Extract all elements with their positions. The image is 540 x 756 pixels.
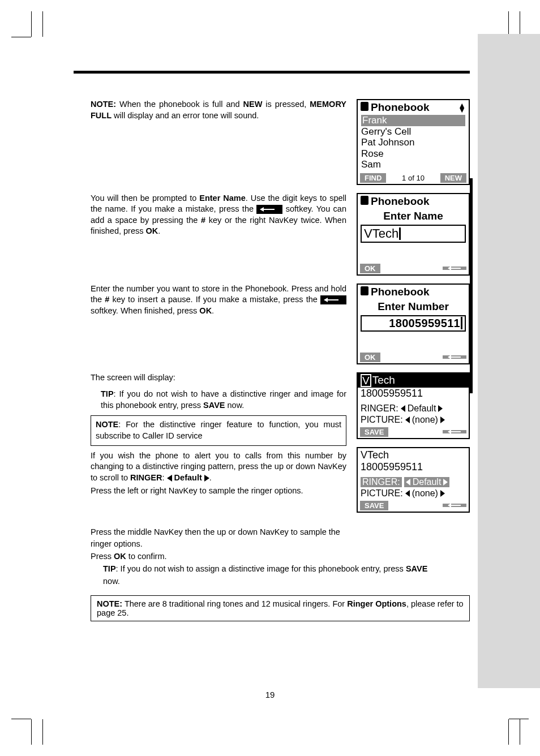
list-item[interactable]: Sam: [361, 159, 465, 170]
phone-screen-entry-summary: VTech 18005959511 RINGER: Default PICTUR…: [357, 372, 470, 439]
right-triangle-icon: [438, 405, 443, 412]
side-tab: [478, 34, 540, 688]
right-triangle-icon: [443, 479, 448, 486]
note-paragraph: NOTE: When the phonebook is full and NEW…: [91, 99, 346, 193]
list-item[interactable]: Pat Johnson: [361, 137, 465, 148]
list-counter: 1 of 10: [402, 174, 425, 182]
phone-screen-enter-number: Phonebook Enter Number 18005959511 OK: [357, 284, 470, 364]
phone-screen-entry-summary-selected: VTech 18005959511 RINGER: Default PICTUR…: [357, 447, 470, 513]
phone-screen-enter-name: Phonebook Enter Name VTech OK: [357, 193, 470, 276]
left-triangle-icon: [405, 490, 410, 497]
note-label: NOTE:: [91, 100, 116, 109]
scroll-arrows-icon: ▲▼: [458, 103, 466, 113]
phone-screen-list: Phonebook ▲▼ Frank Gerry's Cell Pat John…: [357, 99, 470, 185]
step3-intro: The screen will display:: [91, 372, 346, 384]
handset-icon: [361, 196, 368, 205]
backspace-softkey[interactable]: [443, 355, 466, 359]
find-softkey[interactable]: FIND: [360, 173, 386, 183]
ok-softkey[interactable]: OK: [360, 264, 380, 273]
name-input[interactable]: VTech: [361, 225, 466, 243]
side-rule: [470, 178, 473, 393]
step2-paragraph: Enter the number you want to store in th…: [91, 284, 346, 372]
right-triangle-icon: [440, 490, 445, 497]
backspace-icon: [256, 205, 282, 214]
handset-icon: [361, 102, 368, 111]
save-softkey[interactable]: SAVE: [360, 427, 388, 437]
header-rule: [74, 71, 470, 74]
wide-note-box: NOTE: There are 8 traditional ring tones…: [91, 595, 470, 621]
list-item[interactable]: Rose: [361, 148, 465, 160]
backspace-softkey[interactable]: [443, 267, 466, 270]
backspace-softkey[interactable]: [443, 430, 466, 433]
list-item[interactable]: Frank: [361, 115, 465, 126]
entry-name: VTech: [358, 448, 469, 461]
right-triangle-icon: [440, 416, 445, 423]
screen-subtitle: Enter Name: [358, 209, 469, 224]
picture-row[interactable]: PICTURE: (none): [358, 488, 469, 499]
handset-icon: [361, 286, 368, 295]
step1-paragraph: You will then be prompted to Enter Name.…: [91, 193, 346, 284]
left-triangle-icon: [406, 479, 410, 486]
continuation-block: Press the middle NavKey then the up or d…: [91, 526, 470, 588]
page-number: 19: [0, 690, 540, 699]
entry-number: 18005959511: [358, 388, 469, 400]
left-triangle-icon: [401, 405, 405, 412]
right-triangle-icon: [204, 475, 209, 482]
save-softkey[interactable]: SAVE: [360, 501, 388, 510]
ok-softkey[interactable]: OK: [360, 353, 380, 362]
list-item[interactable]: Gerry's Cell: [361, 126, 465, 138]
left-triangle-icon: [405, 416, 410, 423]
entry-number: 18005959511: [358, 461, 469, 473]
backspace-softkey[interactable]: [443, 504, 466, 507]
number-input[interactable]: 18005959511: [361, 315, 466, 332]
ringer-row-selected[interactable]: RINGER: Default: [358, 476, 469, 488]
backspace-icon: [320, 295, 346, 304]
note-box: NOTE: For the distinctive ringer feature…: [91, 415, 346, 445]
ringer-paragraph-2: Press the left or right NavKey to sample…: [91, 486, 346, 497]
ringer-row[interactable]: RINGER: Default: [358, 403, 469, 414]
new-softkey[interactable]: NEW: [440, 173, 466, 183]
tip-paragraph: TIP: If you do not wish to have a distin…: [91, 389, 346, 411]
picture-row[interactable]: PICTURE: (none): [358, 414, 469, 426]
screen-subtitle: Enter Number: [358, 299, 469, 314]
ringer-paragraph: If you wish the phone to alert you to ca…: [91, 450, 346, 484]
left-triangle-icon: [167, 475, 172, 482]
